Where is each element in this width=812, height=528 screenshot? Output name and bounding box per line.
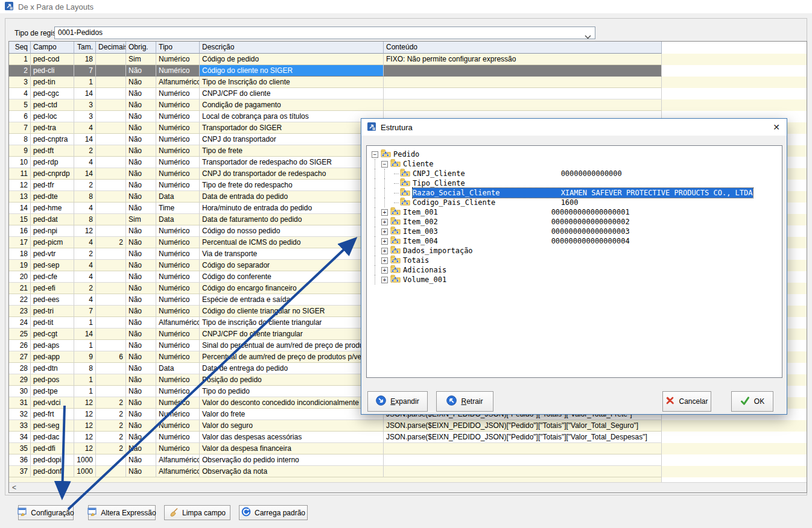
grid-cell-tam[interactable]: 4	[74, 260, 96, 271]
grid-cell-seq[interactable]: 25	[9, 328, 31, 340]
grid-cell-cont[interactable]	[384, 443, 662, 454]
grid-cell-obrig[interactable]: Não	[126, 340, 156, 351]
limpa-campo-button[interactable]: Limpa campo	[164, 505, 230, 520]
grid-cell-desc[interactable]: Código do cliente no SIGER	[200, 65, 384, 77]
tree-row[interactable]: +Volume_001	[369, 275, 779, 284]
expand-plus-icon[interactable]: +	[381, 277, 388, 283]
grid-cell-tipo[interactable]: Numérico	[156, 283, 200, 294]
grid-cell-dec[interactable]	[96, 145, 126, 157]
grid-row[interactable]: 3ped-tin1NãoAlfanuméricoTipo de Inscriçã…	[9, 77, 807, 88]
grid-cell-dec[interactable]	[96, 191, 126, 203]
grid-cell-obrig[interactable]: Não	[126, 88, 156, 99]
grid-cell-tipo[interactable]: Numérico	[156, 409, 200, 420]
tree-label[interactable]: Codigo_Pais_Cliente 1600	[413, 198, 579, 207]
grid-cell-obrig[interactable]: Não	[126, 420, 156, 432]
grid-cell-cont[interactable]	[384, 466, 662, 477]
grid-cell-tipo[interactable]: Numérico	[156, 397, 200, 409]
grid-cell-tam[interactable]: 1	[74, 77, 96, 88]
cancelar-button[interactable]: Cancelar	[662, 391, 711, 412]
grid-cell-seq[interactable]: 4	[9, 88, 31, 99]
grid-cell-campo[interactable]: ped-vdci	[31, 397, 74, 409]
grid-cell-obrig[interactable]: Não	[126, 454, 156, 466]
grid-cell-tipo[interactable]: Numérico	[156, 88, 200, 99]
grid-cell-campo[interactable]: ped-npi	[31, 225, 74, 237]
grid-cell-dec[interactable]: 2	[96, 409, 126, 420]
tree-row[interactable]: +Item_003 000000000000000003	[369, 227, 779, 236]
grid-cell-cont[interactable]	[384, 454, 662, 466]
grid-cell-tam[interactable]: 12	[74, 432, 96, 443]
grid-cell-campo[interactable]: ped-cli	[31, 65, 74, 77]
grid-cell-tipo[interactable]: Alfanumérico	[156, 454, 200, 466]
grid-cell-seq[interactable]: 18	[9, 248, 31, 260]
expand-plus-icon[interactable]: +	[381, 219, 388, 225]
grid-cell-dec[interactable]	[96, 180, 126, 191]
tree-label[interactable]: CNPJ_Cliente 00000000000000	[413, 169, 622, 178]
grid-cell-dec[interactable]	[96, 260, 126, 271]
grid-cell-obrig[interactable]: Não	[126, 122, 156, 134]
grid-cell-obrig[interactable]: Não	[126, 225, 156, 237]
grid-cell-obrig[interactable]: Não	[126, 77, 156, 88]
grid-cell-tipo[interactable]: Numérico	[156, 99, 200, 111]
grid-cell-tam[interactable]: 18	[74, 54, 96, 65]
grid-cell-tam[interactable]: 12	[74, 397, 96, 409]
grid-cell-tam[interactable]: 8	[74, 363, 96, 374]
altera-expressao-button[interactable]: Altera Expressão	[88, 505, 156, 520]
tree-row[interactable]: +Item_004 000000000000000004	[369, 236, 779, 246]
grid-cell-seq[interactable]: 16	[9, 225, 31, 237]
grid-cell-desc[interactable]: Transportador do SIGER	[200, 122, 384, 134]
tree-label[interactable]: Item_004 000000000000000004	[403, 236, 630, 246]
grid-cell-campo[interactable]: ped-sep	[31, 260, 74, 271]
grid-cell-tipo[interactable]: Data	[156, 214, 200, 225]
grid-cell-seq[interactable]: 28	[9, 363, 31, 374]
grid-cell-desc[interactable]: Percentual de ICMS do pedido	[200, 237, 384, 248]
grid-cell-tam[interactable]: 3	[74, 99, 96, 111]
grid-cell-tam[interactable]: 12	[74, 409, 96, 420]
grid-cell-desc[interactable]: Data de entrada do pedido	[200, 191, 384, 203]
carrega-padrao-button[interactable]: Carrega padrão	[239, 505, 308, 520]
grid-cell-tam[interactable]: 2	[74, 283, 96, 294]
grid-cell-campo[interactable]: ped-app	[31, 351, 74, 363]
grid-cell-campo[interactable]: ped-donf	[31, 466, 74, 477]
grid-cell-seq[interactable]: 33	[9, 420, 31, 432]
grid-cell-obrig[interactable]: Não	[126, 466, 156, 477]
expand-plus-icon[interactable]: +	[381, 228, 388, 235]
tree-row[interactable]: −Pedido	[369, 149, 779, 159]
grid-cell-tam[interactable]: 12	[74, 225, 96, 237]
grid-cell-seq[interactable]: 22	[9, 294, 31, 306]
grid-row[interactable]: 37ped-donf1000NãoAlfanuméricoObservação …	[9, 466, 807, 477]
grid-row[interactable]: 2ped-cli7NãoNuméricoCódigo do cliente no…	[9, 65, 807, 77]
grid-cell-tam[interactable]: 14	[74, 168, 96, 180]
grid-cell-obrig[interactable]: Não	[126, 386, 156, 397]
grid-cell-dec[interactable]	[96, 386, 126, 397]
grid-cell-campo[interactable]: ped-pos	[31, 374, 74, 386]
grid-cell-dec[interactable]: 2	[96, 443, 126, 454]
grid-cell-seq[interactable]: 30	[9, 386, 31, 397]
grid-cell-seq[interactable]: 7	[9, 122, 31, 134]
grid-cell-desc[interactable]: Código do encargo financeiro	[200, 283, 384, 294]
grid-cell-campo[interactable]: ped-picm	[31, 237, 74, 248]
grid-header-cell[interactable]: Seq	[9, 42, 31, 54]
scroll-left-button[interactable]: <	[9, 483, 19, 492]
grid-header-cell[interactable]: Decimais	[96, 42, 126, 54]
grid-cell-tipo[interactable]: Data	[156, 363, 200, 374]
grid-cell-campo[interactable]: ped-vtr	[31, 248, 74, 260]
grid-cell-campo[interactable]: ped-dfi	[31, 443, 74, 454]
grid-cell-dec[interactable]	[96, 317, 126, 328]
grid-cell-seq[interactable]: 23	[9, 306, 31, 317]
grid-cell-dec[interactable]: 6	[96, 351, 126, 363]
grid-cell-cont[interactable]	[384, 99, 662, 111]
grid-cell-seq[interactable]: 34	[9, 432, 31, 443]
grid-cell-tipo[interactable]: Numérico	[156, 351, 200, 363]
grid-cell-desc[interactable]: Código do cliente triangular no SIGER	[200, 306, 384, 317]
grid-cell-desc[interactable]: Valor da despesa financeira	[200, 443, 384, 454]
grid-cell-tam[interactable]: 1	[74, 374, 96, 386]
grid-cell-obrig[interactable]: Não	[126, 328, 156, 340]
grid-cell-tipo[interactable]: Time	[156, 203, 200, 214]
grid-cell-tam[interactable]: 1000	[74, 466, 96, 477]
grid-cell-dec[interactable]: 2	[96, 420, 126, 432]
grid-cell-tam[interactable]: 2	[74, 248, 96, 260]
grid-cell-campo[interactable]: ped-aps	[31, 340, 74, 351]
grid-cell-dec[interactable]	[96, 54, 126, 65]
grid-cell-seq[interactable]: 1	[9, 54, 31, 65]
grid-cell-dec[interactable]	[96, 134, 126, 145]
